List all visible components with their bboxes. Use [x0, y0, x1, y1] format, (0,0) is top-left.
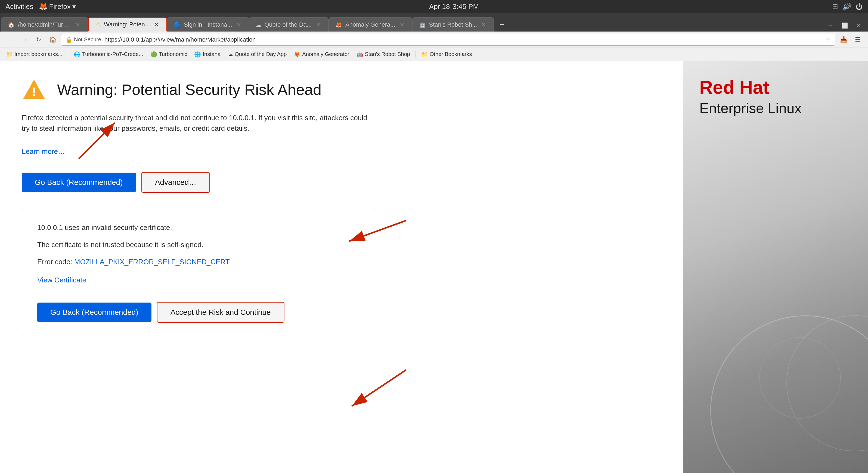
tab-robot-icon: 🤖 [419, 22, 426, 28]
advanced-line2: The certificate is not trusted because i… [37, 240, 360, 250]
tab-quote-title: Quote of the Da... [265, 21, 312, 28]
bookmark-instana[interactable]: 🌐 Instana [191, 50, 223, 59]
bookmark-instana-label: Instana [203, 51, 220, 57]
bookmark-import-icon: 📁 [6, 51, 13, 58]
reload-button[interactable]: ↻ [33, 34, 44, 46]
tab-signin-icon: 🔵 [174, 22, 181, 28]
maximize-button[interactable]: ⬜ [839, 20, 850, 32]
bookmark-separator-2 [415, 51, 416, 58]
tab-quote-close[interactable]: ✕ [315, 21, 322, 29]
bookmark-turbonomic-creds[interactable]: 🌐 Turbonomic-PoT-Crede... [71, 50, 146, 59]
bookmark-turbonomic-creds-label: Turbonomic-PoT-Crede... [82, 51, 143, 57]
toolbar-right: 📥 ☰ [838, 34, 864, 46]
tab-signin-title: Sign in - Instana... [184, 21, 232, 28]
error-prefix: Error code: [37, 258, 74, 266]
primary-buttons-row: Go Back (Recommended) Advanced… [22, 172, 661, 193]
main-area: ! Warning: Potential Security Risk Ahead… [0, 61, 868, 473]
back-icon: ← [7, 36, 13, 43]
error-code-link[interactable]: MOZILLA_PKIX_ERROR_SELF_SIGNED_CERT [74, 258, 230, 266]
tab-home[interactable]: 🏠 /home/admin/Turb... ✕ [1, 18, 88, 32]
minimize-button[interactable]: ─ [825, 20, 836, 32]
advanced-button[interactable]: Advanced… [142, 172, 210, 193]
warning-header: ! Warning: Potential Security Risk Ahead [22, 77, 661, 102]
error-code-line: Error code: MOZILLA_PKIX_ERROR_SELF_SIGN… [37, 257, 360, 267]
rh-logo-sub-text: Enterprise Linux [700, 100, 802, 117]
learn-more-link[interactable]: Learn more… [22, 147, 661, 156]
forward-button[interactable]: → [19, 34, 30, 46]
activities-button[interactable]: Activities [5, 2, 33, 11]
hamburger-icon: ☰ [855, 36, 860, 43]
close-window-button[interactable]: ✕ [853, 20, 865, 32]
bookmark-robot[interactable]: 🤖 Stan's Robot Shop [354, 50, 413, 59]
tab-warning-close[interactable]: ✕ [153, 21, 160, 28]
bookmark-turbonomic-creds-icon: 🌐 [74, 51, 81, 58]
forward-icon: → [22, 36, 28, 43]
bookmark-anomaly-label: Anomaly Generator [302, 51, 349, 57]
rh-sidebar: Red Hat Enterprise Linux [683, 61, 868, 473]
page-title: Warning: Potential Security Risk Ahead [57, 81, 321, 98]
not-secure-indicator: 🔒 Not Secure [65, 36, 101, 43]
bookmarks-bar: 📁 Import bookmarks... 🌐 Turbonomic-PoT-C… [0, 48, 868, 61]
bookmark-other[interactable]: 📁 Other Bookmarks [418, 50, 475, 59]
tab-robot-title: Stan's Robot Sh... [429, 21, 477, 28]
firefox-icon: 🦊 [39, 2, 48, 11]
bookmark-import[interactable]: 📁 Import bookmarks... [3, 50, 65, 59]
firefox-dropdown-icon: ▾ [72, 2, 76, 11]
tab-warning[interactable]: ⚠ Warning: Poten... ✕ [88, 18, 167, 32]
pocket-button[interactable]: 📥 [838, 34, 849, 46]
bookmark-turbonomic[interactable]: 🟢 Turbonomic [148, 50, 190, 59]
tab-anomaly-close[interactable]: ✕ [399, 21, 405, 29]
bookmark-robot-icon: 🤖 [356, 51, 363, 58]
tab-anomaly-icon: 🦊 [335, 22, 342, 28]
advanced-line1: 10.0.0.1 uses an invalid security certif… [37, 222, 360, 233]
warning-triangle-icon: ! [22, 77, 46, 102]
bookmark-other-icon: 📁 [421, 51, 428, 58]
toolbar: ← → ↻ 🏠 🔒 Not Secure https://10.0.0.1/ap… [0, 32, 868, 48]
volume-icon[interactable]: 🔊 [842, 2, 851, 11]
tab-bar: 🏠 /home/admin/Turb... ✕ ⚠ Warning: Poten… [0, 13, 868, 32]
bookmark-instana-icon: 🌐 [194, 51, 201, 58]
tab-quote[interactable]: ☁ Quote of the Da... ✕ [249, 18, 329, 32]
accept-risk-button[interactable]: Accept the Risk and Continue [157, 302, 284, 323]
bookmark-separator-1 [68, 51, 68, 58]
bookmark-quote[interactable]: ☁ Quote of the Day App [225, 50, 289, 59]
svg-line-5 [352, 370, 406, 406]
network-icon[interactable]: ⊞ [832, 2, 838, 11]
decoration-circle-3 [759, 337, 841, 419]
firefox-menu-button[interactable]: 🦊 Firefox ▾ [39, 2, 76, 11]
not-secure-label: Not Secure [74, 36, 101, 43]
go-back-recommended-button-2[interactable]: Go Back (Recommended) [37, 303, 152, 322]
bookmark-anomaly[interactable]: 🦊 Anomaly Generator [291, 50, 352, 59]
tab-robot-close[interactable]: ✕ [480, 21, 487, 29]
back-button[interactable]: ← [4, 34, 16, 46]
bookmark-quote-label: Quote of the Day App [235, 51, 287, 57]
bookmark-turbonomic-label: Turbonomic [159, 51, 187, 57]
rh-logo: Red Hat Enterprise Linux [700, 77, 802, 117]
home-button[interactable]: 🏠 [47, 34, 59, 46]
go-back-recommended-button[interactable]: Go Back (Recommended) [22, 172, 136, 192]
bookmark-robot-label: Stan's Robot Shop [365, 51, 410, 57]
rh-logo-red-text: Red Hat [700, 77, 802, 98]
tab-home-close[interactable]: ✕ [74, 21, 81, 29]
bookmark-quote-icon: ☁ [227, 51, 233, 58]
address-bar[interactable]: 🔒 Not Secure https://10.0.0.1/app/#/view… [61, 34, 835, 46]
menu-button[interactable]: ☰ [852, 34, 864, 46]
url-display[interactable]: https://10.0.0.1/app/#/view/main/home/Ma… [104, 36, 822, 43]
new-tab-icon: + [500, 20, 504, 29]
tab-signin[interactable]: 🔵 Sign in - Instana... ✕ [167, 18, 249, 32]
view-certificate-link[interactable]: View Certificate [37, 276, 360, 284]
bookmark-import-label: Import bookmarks... [14, 51, 63, 57]
tab-signin-close[interactable]: ✕ [236, 21, 242, 29]
tab-home-title: /home/admin/Turb... [18, 21, 71, 28]
new-tab-button[interactable]: + [495, 18, 509, 32]
reload-icon: ↻ [36, 36, 41, 43]
home-icon: 🏠 [49, 36, 57, 43]
bookmark-other-label: Other Bookmarks [430, 51, 472, 57]
tab-robot[interactable]: 🤖 Stan's Robot Sh... ✕ [412, 18, 494, 32]
tab-anomaly[interactable]: 🦊 Anomaly Genera... ✕ [329, 18, 412, 32]
advanced-buttons-row: Go Back (Recommended) Accept the Risk an… [37, 293, 360, 323]
power-icon[interactable]: ⏻ [856, 2, 863, 11]
tab-warning-title: Warning: Poten... [104, 21, 150, 28]
bookmark-star-icon[interactable]: ☆ [825, 36, 831, 43]
svg-text:!: ! [32, 85, 36, 99]
